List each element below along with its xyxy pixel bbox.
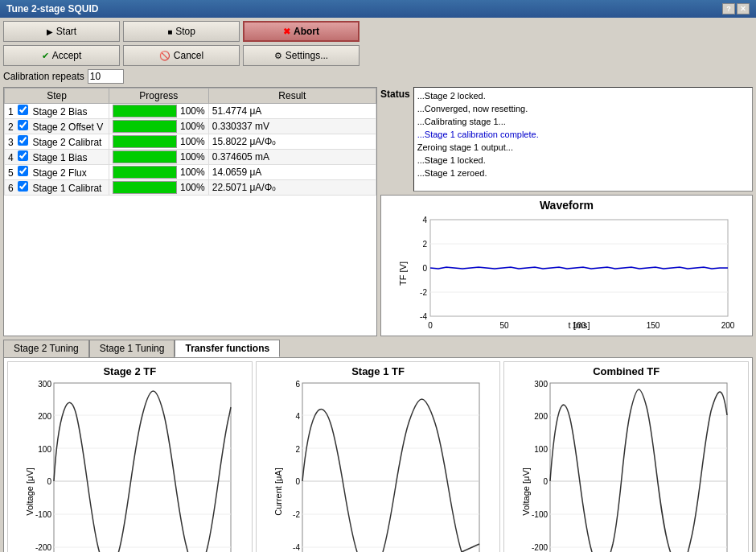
row-progress-cell: 100%: [109, 180, 209, 196]
minimize-button[interactable]: ?: [722, 3, 735, 14]
row-num: 4: [8, 152, 14, 163]
close-button[interactable]: ✕: [737, 3, 750, 14]
start-button[interactable]: Start: [3, 21, 120, 42]
tab-transfer-functions[interactable]: Transfer functions: [175, 340, 280, 357]
svg-text:300: 300: [38, 380, 51, 389]
row-result-cell: 0.330337 mV: [208, 119, 376, 134]
row-step-cell: 3 Stage 2 Calibrat: [5, 134, 109, 150]
row-checkbox[interactable]: [18, 105, 28, 115]
row-result-cell: 14.0659 μA: [208, 165, 376, 180]
svg-text:-4: -4: [293, 543, 300, 552]
table-row: 1 Stage 2 Bias 100% 51.4774 μA: [5, 104, 376, 119]
svg-text:4: 4: [295, 412, 300, 421]
svg-text:-4: -4: [420, 312, 427, 321]
waveform-title: Waveform: [540, 199, 594, 212]
status-log: ...Stage 2 locked....Converged, now rese…: [413, 87, 753, 192]
stage1-tf-panel: Stage 1 TF Current [μA] 6 4 2 0: [256, 361, 501, 552]
stage1-tf-svg: Current [μA] 6 4 2 0 -2 -4: [272, 379, 485, 552]
progress-bar-fill: [113, 136, 176, 147]
play-icon: [47, 26, 53, 37]
svg-text:-100: -100: [35, 510, 51, 519]
row-checkbox[interactable]: [18, 150, 28, 161]
progress-bar-fill: [113, 105, 176, 117]
svg-text:TF [V]: TF [V]: [398, 262, 408, 286]
svg-text:-100: -100: [532, 510, 548, 519]
main-content: Start Stop Abort Accept Cancel Settings.…: [0, 18, 756, 552]
svg-text:0: 0: [47, 477, 51, 486]
combined-tf-svg: Voltage [μV] 300 200 100 0 -100 -200: [520, 379, 733, 552]
row-result-cell: 0.374605 mA: [208, 150, 376, 165]
cancel-icon: [159, 50, 171, 61]
progress-bar-fill: [113, 151, 176, 163]
window-title: Tune 2-stage SQUID: [6, 3, 98, 14]
svg-text:-2: -2: [293, 510, 300, 519]
title-bar: Tune 2-stage SQUID ? ✕: [0, 0, 756, 18]
row-step-cell: 5 Stage 2 Flux: [5, 165, 109, 180]
cancel-label: Cancel: [174, 50, 203, 61]
progress-pct: 100%: [180, 167, 205, 178]
row-step-cell: 6 Stage 1 Calibrat: [5, 180, 109, 196]
progress-pct: 100%: [180, 182, 205, 193]
progress-bar-container: [113, 105, 177, 117]
toolbar-row1: Start Stop Abort: [3, 21, 753, 42]
status-log-line: ...Stage 1 locked.: [417, 154, 749, 167]
svg-text:2: 2: [422, 240, 427, 249]
progress-bar-container: [113, 166, 177, 179]
svg-text:200: 200: [38, 412, 51, 421]
progress-bar-container: [113, 150, 177, 163]
col-progress: Progress: [109, 89, 209, 104]
table-row: 3 Stage 2 Calibrat 100% 15.8022 μA/Φ₀: [5, 134, 376, 150]
row-name: Stage 2 Flux: [32, 167, 86, 179]
stop-label: Stop: [175, 26, 195, 37]
status-log-line: ...Converged, now resetting.: [417, 102, 749, 115]
stop-button[interactable]: Stop: [123, 21, 240, 42]
start-label: Start: [56, 26, 76, 37]
svg-text:-200: -200: [532, 543, 548, 552]
row-checkbox[interactable]: [18, 135, 28, 146]
row-name: Stage 2 Bias: [32, 106, 87, 117]
row-progress-cell: 100%: [109, 119, 209, 134]
waveform-panel: Waveform TF [V] 4 2 0: [380, 195, 753, 336]
row-result-cell: 22.5071 μA/Φ₀: [208, 180, 376, 196]
tab-stage1-tuning[interactable]: Stage 1 Tuning: [89, 340, 175, 357]
cancel-button[interactable]: Cancel: [123, 45, 240, 66]
status-label: Status: [380, 87, 410, 192]
svg-text:Current [μA]: Current [μA]: [273, 468, 283, 516]
combined-tf-title: Combined TF: [593, 365, 659, 377]
table-row: 2 Stage 2 Offset V 100% 0.330337 mV: [5, 119, 376, 134]
calibration-label: Calibration repeats: [3, 71, 84, 82]
row-step-cell: 2 Stage 2 Offset V: [5, 119, 109, 134]
table-row: 4 Stage 1 Bias 100% 0.374605 mA: [5, 150, 376, 165]
stage1-tf-title: Stage 1 TF: [351, 365, 405, 377]
svg-text:300: 300: [534, 380, 548, 389]
accept-button[interactable]: Accept: [3, 45, 120, 66]
col-result: Result: [208, 89, 376, 104]
row-checkbox[interactable]: [18, 120, 28, 130]
calibration-row: Calibration repeats: [3, 69, 753, 84]
calibration-input[interactable]: [88, 69, 124, 84]
row-progress-cell: 100%: [109, 165, 209, 180]
stop-icon: [167, 26, 172, 37]
progress-bar-fill: [113, 182, 176, 193]
status-section: Status ...Stage 2 locked....Converged, n…: [380, 87, 753, 192]
row-name: Stage 1 Bias: [32, 152, 87, 163]
svg-rect-62: [550, 383, 727, 552]
row-step-cell: 1 Stage 2 Bias: [5, 104, 109, 119]
status-log-line: ...Stage 1 zeroed.: [417, 167, 749, 179]
svg-text:150: 150: [646, 321, 659, 330]
row-progress-cell: 100%: [109, 134, 209, 150]
abort-button[interactable]: Abort: [243, 21, 360, 42]
waveform-svg: TF [V] 4 2 0 -2 -4: [398, 213, 736, 330]
tab-stage2-tuning[interactable]: Stage 2 Tuning: [3, 340, 89, 357]
row-checkbox[interactable]: [18, 166, 28, 176]
row-num: 2: [8, 122, 14, 133]
table-row: 6 Stage 1 Calibrat 100% 22.5071 μA/Φ₀: [5, 180, 376, 196]
settings-button[interactable]: Settings...: [243, 45, 360, 66]
svg-text:200: 200: [721, 321, 734, 330]
svg-text:50: 50: [499, 321, 509, 330]
svg-text:-2: -2: [420, 288, 427, 297]
abort-label: Abort: [294, 26, 319, 37]
row-checkbox[interactable]: [18, 181, 28, 192]
svg-rect-17: [54, 383, 231, 552]
steps-table: Step Progress Result 1 Stage 2 Bias 100%: [4, 88, 376, 196]
